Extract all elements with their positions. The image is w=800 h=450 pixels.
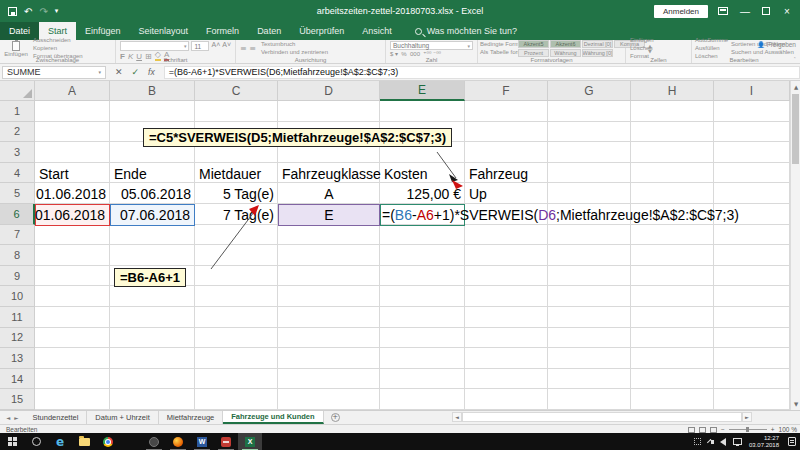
- network-icon[interactable]: [733, 438, 742, 445]
- cell-C4[interactable]: Mietdauer: [195, 163, 278, 185]
- sheet-tab-mietfahrzeuge[interactable]: Mietfahrzeuge: [159, 411, 224, 424]
- ribbon-tab-daten[interactable]: Daten: [248, 22, 290, 40]
- row-header-5[interactable]: 5: [0, 183, 35, 204]
- qat-customize-icon[interactable]: ▾: [55, 7, 59, 15]
- tray-misc-icon[interactable]: [694, 438, 701, 445]
- column-header-G[interactable]: G: [548, 81, 631, 101]
- shrink-font-icon[interactable]: A˅: [222, 41, 231, 51]
- cell-D5[interactable]: A: [278, 183, 380, 205]
- row-header-15[interactable]: 15: [0, 389, 35, 410]
- row-header-2[interactable]: 2: [0, 122, 35, 143]
- minimize-button[interactable]: —: [738, 6, 752, 17]
- ribbon-tab-seitenlayout[interactable]: Seitenlayout: [130, 22, 198, 40]
- restore-button[interactable]: [762, 7, 770, 15]
- ribbon-tab-ansicht[interactable]: Ansicht: [353, 22, 401, 40]
- column-header-C[interactable]: C: [195, 81, 278, 101]
- cell-E5[interactable]: 125,00 €: [380, 183, 465, 205]
- clipboard-item-0[interactable]: Ausschneiden: [33, 37, 83, 44]
- sheet-nav-left-icon[interactable]: ◄: [6, 415, 10, 421]
- name-box[interactable]: SUMME ▾: [2, 66, 106, 79]
- cell-style-w-hrung[interactable]: Währung: [550, 49, 581, 57]
- enter-entry-icon[interactable]: ✓: [132, 67, 140, 77]
- row-header-4[interactable]: 4: [0, 163, 35, 184]
- sheet-tab-stundenzettel[interactable]: Stundenzettel: [24, 411, 87, 424]
- select-all-corner[interactable]: [0, 81, 35, 101]
- normal-view-icon[interactable]: [688, 427, 695, 433]
- zoom-slider[interactable]: [729, 429, 767, 430]
- collapse-ribbon-icon[interactable]: ˄: [794, 56, 797, 62]
- cell-B6[interactable]: 07.06.2018: [110, 204, 195, 226]
- styles-left-item-1[interactable]: Als Tabelle formatieren: [480, 49, 516, 56]
- taskbar-clock[interactable]: 12:27 03.07.2018: [749, 435, 779, 449]
- row-header-1[interactable]: 1: [0, 101, 35, 122]
- sheet-tab-datum-uhrzeit[interactable]: Datum + Uhrzeit: [87, 411, 158, 424]
- worksheet-grid[interactable]: =C5*SVERWEIS(D5;Mietfahrzeuge!$A$2:$C$7;…: [0, 81, 800, 410]
- ribbon-tab-einfügen[interactable]: Einfügen: [76, 22, 130, 40]
- scroll-down-icon[interactable]: ▼: [791, 398, 800, 410]
- signin-button[interactable]: Anmelden: [654, 5, 708, 18]
- row-header-12[interactable]: 12: [0, 328, 35, 349]
- row-header-10[interactable]: 10: [0, 286, 35, 307]
- cell-style-prozent[interactable]: Prozent: [518, 49, 549, 57]
- alignment-item-0[interactable]: Textumbruch: [261, 41, 328, 48]
- zoom-out-icon[interactable]: −: [721, 426, 725, 433]
- ribbon-display-options-icon[interactable]: [718, 7, 728, 15]
- ribbon-tab-überprüfen[interactable]: Überprüfen: [290, 22, 353, 40]
- undo-icon[interactable]: ↶: [24, 6, 32, 17]
- paste-button[interactable]: Einfügen: [3, 41, 29, 57]
- align-icons[interactable]: ≡ ≡: [240, 44, 256, 53]
- column-header-A[interactable]: A: [35, 81, 110, 101]
- row-header-11[interactable]: 11: [0, 307, 35, 328]
- taskbar-icon-chrome[interactable]: [96, 433, 120, 450]
- page-layout-view-icon[interactable]: [699, 427, 706, 433]
- taskbar-icon-explorer[interactable]: [72, 433, 96, 450]
- active-cell-formula[interactable]: =(B6-A6+1)*SVERWEIS(D6;Mietfahrzeuge!$A$…: [382, 204, 739, 226]
- taskbar-icon-app-dark[interactable]: [142, 433, 166, 450]
- cell-D4[interactable]: Fahrzeugklasse: [278, 163, 380, 185]
- taskbar-icon-cortana[interactable]: [24, 433, 48, 450]
- cell-style-akzent5[interactable]: Akzent5: [518, 40, 549, 48]
- column-header-I[interactable]: I: [714, 81, 790, 101]
- cell-style-akzent6[interactable]: Akzent6: [550, 40, 581, 48]
- new-sheet-button[interactable]: +: [324, 411, 347, 424]
- editing-item-1[interactable]: Ausfüllen: [695, 45, 728, 52]
- cell-A5[interactable]: 01.06.2018: [35, 183, 110, 205]
- column-header-D[interactable]: D: [278, 81, 380, 101]
- horizontal-scroll-track[interactable]: [462, 412, 742, 422]
- cells-item-1[interactable]: Löschen: [630, 45, 654, 52]
- scroll-right-icon[interactable]: ►: [742, 412, 752, 422]
- column-header-E[interactable]: E: [380, 81, 465, 101]
- cell-C6[interactable]: 7 Tag(e): [195, 204, 278, 226]
- close-button[interactable]: ×: [780, 6, 794, 17]
- taskbar-icon-word[interactable]: W: [190, 433, 214, 450]
- cell-F5[interactable]: Up: [465, 183, 548, 205]
- number-format-select[interactable]: Buchhaltung▾: [390, 41, 473, 50]
- scroll-up-icon[interactable]: ▲: [791, 81, 800, 93]
- column-header-F[interactable]: F: [465, 81, 548, 101]
- column-header-H[interactable]: H: [631, 81, 714, 101]
- vertical-scroll-thumb[interactable]: [792, 94, 799, 164]
- row-header-9[interactable]: 9: [0, 266, 35, 287]
- taskbar-icon-excel[interactable]: X: [238, 433, 262, 450]
- editing-item2-1[interactable]: Suchen und Auswählen: [731, 49, 794, 56]
- action-center-icon[interactable]: [788, 437, 796, 446]
- cancel-entry-icon[interactable]: ✕: [115, 67, 123, 77]
- cell-D6[interactable]: E: [278, 204, 380, 226]
- taskbar-icon-edge[interactable]: e: [48, 433, 72, 450]
- cell-A4[interactable]: Start: [35, 163, 110, 185]
- row-header-3[interactable]: 3: [0, 142, 35, 163]
- cell-B5[interactable]: 05.06.2018: [110, 183, 195, 205]
- name-box-dropdown-icon[interactable]: ▾: [98, 69, 101, 75]
- cell-A6[interactable]: 01.06.2018: [35, 204, 110, 226]
- font-size-input[interactable]: 11: [191, 41, 209, 51]
- horizontal-scrollbar[interactable]: ◄ ►: [452, 412, 752, 422]
- column-header-B[interactable]: B: [110, 81, 195, 101]
- alignment-item-1[interactable]: Verbinden und zentrieren: [261, 49, 328, 56]
- row-header-13[interactable]: 13: [0, 348, 35, 369]
- cell-E4[interactable]: Kosten: [380, 163, 465, 185]
- row-header-6[interactable]: 6: [0, 204, 35, 225]
- save-icon[interactable]: [8, 7, 17, 16]
- formula-input[interactable]: =(B6-A6+1)*SVERWEIS(D6;Mietfahrzeuge!$A$…: [164, 66, 800, 79]
- styles-left-item-0[interactable]: Bedingte Formatierung: [480, 41, 516, 48]
- zoom-level[interactable]: 100 %: [779, 426, 797, 433]
